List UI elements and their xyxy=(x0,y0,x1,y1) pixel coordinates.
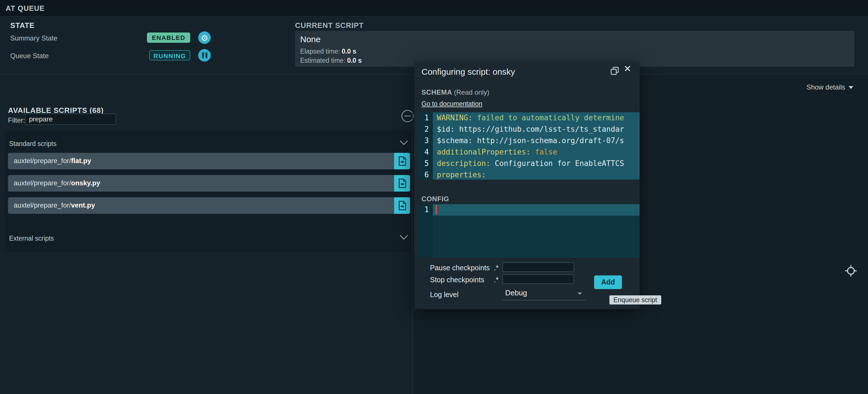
external-scripts-label: External scripts xyxy=(9,235,54,242)
summary-state-badge: ENABLED xyxy=(147,32,190,43)
stop-checkpoints-pattern: .* xyxy=(494,276,499,284)
chevron-down-icon[interactable] xyxy=(400,137,408,145)
launch-script-icon xyxy=(398,156,406,166)
script-row-onsky[interactable]: auxtel/prepare_for/onsky.py xyxy=(8,175,410,192)
top-bar: AT QUEUE xyxy=(0,0,868,17)
scripts-list-panel: Standard scripts auxtel/prepare_for/flat… xyxy=(5,130,411,252)
estimated-time-label: Estimated time: xyxy=(300,57,345,64)
estimated-time: Estimated time: 0.0 s xyxy=(300,57,362,64)
launch-script-icon xyxy=(398,201,406,210)
locate-button[interactable] xyxy=(845,264,857,277)
elapsed-time-label: Elapsed time: xyxy=(300,48,340,55)
summary-state-settings-button[interactable]: ⚙ xyxy=(198,31,211,44)
state-heading: STATE xyxy=(10,21,34,30)
pause-checkpoints-input[interactable] xyxy=(502,262,574,272)
elapsed-time: Elapsed time: 0.0 s xyxy=(300,48,356,55)
launch-script-icon xyxy=(398,178,406,188)
at-queue-page: AT QUEUE STATE Summary State ENABLED ⚙ Q… xyxy=(0,0,868,394)
copy-icon xyxy=(611,67,619,75)
script-path: auxtel/prepare_for/ xyxy=(14,157,71,165)
chevron-down-icon[interactable] xyxy=(400,231,408,240)
pause-checkpoints-pattern: .* xyxy=(494,264,499,272)
log-level-label: Log level xyxy=(430,291,459,299)
schema-heading: SCHEMA (Read only) xyxy=(422,88,489,96)
close-modal-button[interactable]: ✕ xyxy=(624,64,631,74)
enqueue-script-tooltip: Enqueue script xyxy=(610,296,661,305)
filter-label: Filter: xyxy=(8,116,25,124)
page-title: AT QUEUE xyxy=(6,5,45,12)
filter-input[interactable] xyxy=(25,113,116,125)
enqueue-script-button[interactable] xyxy=(394,153,410,169)
schema-line: 2 $id: https://github.com/lsst-ts/ts_sta… xyxy=(418,124,640,135)
queue-state-label: Queue State xyxy=(10,52,49,60)
stop-checkpoints-label: Stop checkpoints xyxy=(430,276,484,284)
script-path: auxtel/prepare_for/ xyxy=(14,179,71,187)
config-heading: CONFIG xyxy=(422,195,449,203)
stop-checkpoints-input[interactable] xyxy=(502,274,574,284)
script-name: vent.py xyxy=(71,201,95,209)
show-details-toggle[interactable]: Show details xyxy=(806,83,853,91)
script-name: flat.py xyxy=(71,157,91,165)
add-button[interactable]: Add xyxy=(594,275,622,289)
copy-button[interactable] xyxy=(611,67,619,75)
panel-divider xyxy=(412,75,413,394)
script-path: auxtel/prepare_for/ xyxy=(14,201,71,209)
close-icon: ✕ xyxy=(624,64,631,74)
pause-queue-button[interactable] xyxy=(198,49,211,62)
target-icon xyxy=(845,264,857,277)
available-scripts-panel: AVAILABLE SCRIPTS (68) Filter: Standard … xyxy=(0,75,412,394)
current-script-name: None xyxy=(300,34,321,44)
schema-line: 3 $schema: http://json-schema.org/draft-… xyxy=(418,135,640,146)
text-cursor xyxy=(436,205,437,215)
schema-line: 5 description: Configuration for EnableA… xyxy=(418,158,640,169)
summary-state-label: Summary State xyxy=(10,34,57,42)
config-line: 1 xyxy=(418,204,640,216)
enqueue-script-button[interactable] xyxy=(394,175,410,192)
elapsed-time-value: 0.0 s xyxy=(342,48,356,55)
schema-line: 4 additionalProperties: false xyxy=(418,146,640,158)
collapse-panel-icon[interactable] xyxy=(402,110,413,122)
script-row-flat[interactable]: auxtel/prepare_for/flat.py xyxy=(8,153,410,169)
configure-script-modal: Configuring script: onsky ✕ SCHEMA (Read… xyxy=(414,62,640,309)
caret-down-icon xyxy=(849,86,853,89)
pause-icon xyxy=(202,53,207,58)
queue-state-badge: RUNNING xyxy=(149,50,190,60)
config-editor[interactable]: 1 xyxy=(418,204,640,258)
modal-title: Configuring script: onsky xyxy=(422,67,515,77)
pause-checkpoints-label: Pause checkpoints xyxy=(430,264,490,272)
documentation-link[interactable]: Go to documentation xyxy=(422,100,483,107)
schema-editor[interactable]: 1 WARNING: failed to automatically deter… xyxy=(418,112,640,179)
script-name: onsky.py xyxy=(71,179,100,187)
show-details-label: Show details xyxy=(806,83,845,91)
standard-scripts-label: Standard scripts xyxy=(9,140,56,147)
caret-down-icon xyxy=(578,292,582,295)
gear-icon: ⚙ xyxy=(201,33,209,42)
script-row-vent[interactable]: auxtel/prepare_for/vent.py xyxy=(8,197,410,214)
log-level-select[interactable]: Debug xyxy=(502,287,586,301)
enqueue-script-button[interactable] xyxy=(394,197,410,214)
schema-line: 1 WARNING: failed to automatically deter… xyxy=(418,112,640,124)
estimated-time-value: 0.0 s xyxy=(347,57,362,64)
log-level-value: Debug xyxy=(505,288,527,297)
schema-line: 6 properties: xyxy=(418,169,640,179)
current-script-heading: CURRENT SCRIPT xyxy=(295,21,364,30)
